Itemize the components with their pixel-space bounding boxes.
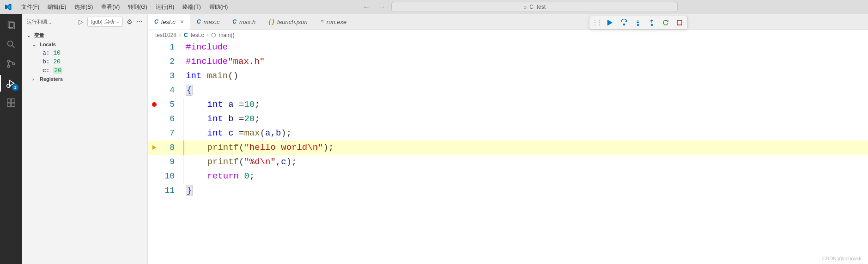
search-activity-icon[interactable] [5,38,18,51]
step-over-icon[interactable] [619,18,629,28]
exe-file-icon: ≡ [321,18,324,25]
tab-launch-json[interactable]: { } launch.json [262,14,314,30]
nav-back-icon[interactable]: ← [363,3,370,11]
menu-select[interactable]: 选择(S) [71,1,97,13]
menu-file[interactable]: 文件(F) [18,1,43,13]
code-line[interactable]: 3int main() [148,69,868,83]
tab-run-exe[interactable]: ≡ run.exe [314,14,353,30]
code-line[interactable]: 4{ [148,83,868,98]
line-number: 11 [161,184,183,198]
grip-icon[interactable]: ⋮⋮ [592,19,601,26]
line-number: 3 [161,69,183,83]
code-line[interactable]: 7 int c =max(a,b); [148,126,868,141]
line-number: 2 [161,55,183,69]
command-center-text: C_test [529,4,546,10]
section-variables[interactable]: ⌄ 变量 [22,31,147,40]
source-control-icon[interactable] [5,57,18,70]
breadcrumb[interactable]: test1028 › C test.c › ⬡ main() [148,30,868,40]
debug-config-select[interactable]: (gdb) 启动 ⌄ [87,17,123,27]
svg-point-2 [8,41,13,46]
nav-forward-icon[interactable]: → [378,3,386,11]
code-content[interactable]: int main() [183,69,868,83]
tab-test-c[interactable]: C test.c × [148,14,190,30]
svg-point-14 [624,24,625,25]
tab-label: run.exe [327,18,346,25]
section-locals[interactable]: ⌄ Locals [22,40,147,49]
var-row[interactable]: b: 20 [22,57,147,66]
json-file-icon: { } [268,18,274,25]
code-content[interactable]: printf("hello world\n"); [183,141,868,155]
tab-max-c[interactable]: C max.c [190,14,226,30]
command-center[interactable]: ⌕ C_test [391,2,678,12]
var-row[interactable]: a: 10 [22,49,147,57]
code-content[interactable]: } [183,184,868,198]
code-content[interactable]: #include"max.h" [183,55,868,69]
code-line[interactable]: 1#include [148,40,868,55]
breadcrumb-folder[interactable]: test1028 [155,32,176,38]
breadcrumb-file[interactable]: test.c [191,32,204,38]
code-content[interactable]: int b =20; [183,112,868,126]
code-content[interactable]: int a =10; [183,98,868,112]
chevron-right-icon: › [32,77,38,82]
continue-icon[interactable] [605,18,615,28]
debug-toolbar[interactable]: ⋮⋮ [589,16,688,30]
start-debug-icon[interactable]: ▷ [79,18,84,25]
var-value: 20 [53,67,62,74]
breadcrumb-symbol[interactable]: main() [219,32,234,38]
section-variables-label: 变量 [34,32,44,39]
breakpoint-icon[interactable] [152,102,157,107]
menu-terminal[interactable]: 终端(T) [179,1,204,13]
code-content[interactable]: #include [183,40,868,55]
section-registers[interactable]: › Registers [22,75,147,83]
editor[interactable]: 1#include2#include"max.h"3int main()4{5 … [148,40,868,264]
code-content[interactable]: return 0; [183,169,868,184]
svg-rect-9 [7,99,11,102]
more-icon[interactable]: ⋯ [136,18,143,25]
vscode-icon [4,3,12,11]
menu-goto[interactable]: 转到(G) [124,1,151,13]
code-line[interactable]: 11} [148,184,868,198]
debug-icon[interactable]: 1 [5,77,18,90]
menu-run[interactable]: 运行(R) [152,1,178,13]
var-value: 10 [53,49,61,56]
svg-rect-12 [12,103,15,106]
var-value: 20 [53,58,61,65]
c-file-icon: C [184,32,188,38]
menu-edit[interactable]: 编辑(E) [44,1,70,13]
extensions-icon[interactable] [5,96,18,109]
code-line[interactable]: 8 printf("hello world\n"); [148,141,868,155]
c-file-icon: C [232,18,237,25]
svg-line-3 [12,46,15,48]
tab-max-h[interactable]: C max.h [226,14,262,30]
code-content[interactable]: { [183,83,868,98]
code-line[interactable]: 9 printf("%d\n",c); [148,155,868,169]
current-line-icon [152,145,156,150]
code-line[interactable]: 5 int a =10; [148,98,868,112]
explorer-icon[interactable] [5,18,18,31]
chevron-down-icon: ⌄ [32,42,38,47]
gear-icon[interactable]: ⚙ [127,18,133,25]
line-number: 10 [161,169,183,184]
debug-badge: 1 [12,84,18,91]
code-line[interactable]: 10 return 0; [148,169,868,184]
debug-config-label: (gdb) 启动 [91,18,114,25]
code-content[interactable]: printf("%d\n",c); [183,155,868,169]
code-line[interactable]: 6 int b =20; [148,112,868,126]
line-number: 9 [161,155,183,169]
line-number: 5 [161,98,183,112]
cube-icon: ⬡ [211,32,216,38]
close-icon[interactable]: × [180,18,184,25]
chevron-right-icon: › [179,32,181,38]
var-row[interactable]: c: 20 [22,66,147,75]
step-out-icon[interactable] [647,18,657,28]
restart-icon[interactable] [661,18,671,28]
menu-view[interactable]: 查看(V) [97,1,123,13]
tab-label: max.h [239,18,255,25]
step-into-icon[interactable] [633,18,643,28]
breakpoint-gutter[interactable] [148,141,161,155]
breakpoint-gutter[interactable] [148,98,161,112]
stop-icon[interactable] [674,18,685,28]
menu-help[interactable]: 帮助(H) [206,1,232,13]
code-line[interactable]: 2#include"max.h" [148,55,868,69]
code-content[interactable]: int c =max(a,b); [183,126,868,141]
